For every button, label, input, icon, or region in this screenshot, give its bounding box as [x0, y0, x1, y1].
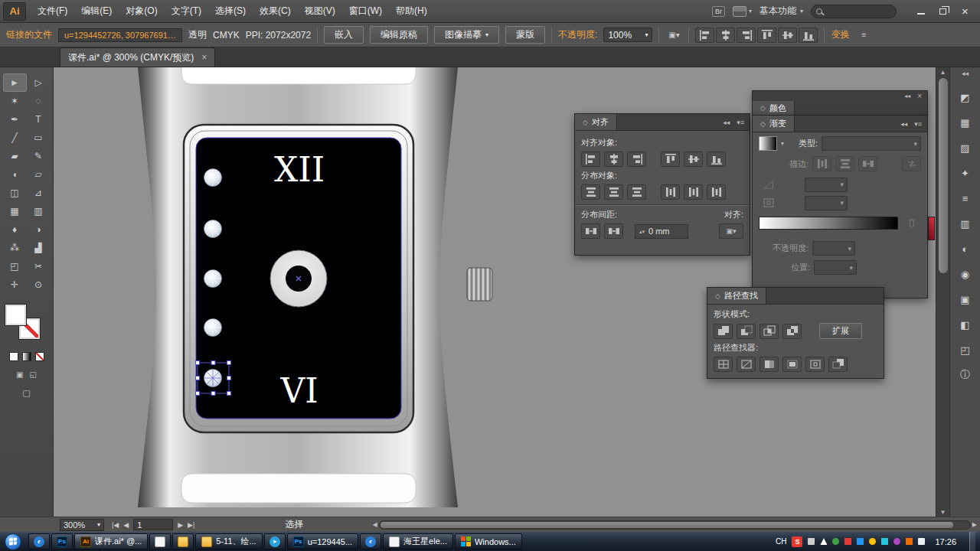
image-trace-button[interactable]: 图像描摹: [434, 26, 499, 44]
dock-appearance-icon[interactable]: ◉: [956, 266, 975, 282]
dock-info-icon[interactable]: ⓘ: [956, 367, 975, 383]
embed-button[interactable]: 嵌入: [324, 26, 364, 44]
gradient-swatch-chevron-icon[interactable]: [781, 140, 784, 147]
trim-button[interactable]: [737, 357, 756, 372]
gradient-slider[interactable]: [759, 217, 898, 230]
tray-green-icon[interactable]: [832, 538, 839, 545]
magic-wand-tool[interactable]: ✶: [3, 92, 27, 110]
tray-cyan-icon[interactable]: [881, 538, 888, 545]
align-hcenter-button[interactable]: [604, 152, 623, 167]
artboard-tool[interactable]: ◰: [3, 257, 27, 276]
scroll-down-icon[interactable]: [940, 507, 946, 517]
align-hcenter-control-button[interactable]: [716, 28, 735, 43]
close-button[interactable]: [955, 4, 975, 18]
opacity-label[interactable]: 不透明度:: [558, 28, 597, 41]
tray-purple-icon[interactable]: [893, 538, 900, 545]
lasso-tool[interactable]: ◌: [27, 92, 51, 110]
center-ring[interactable]: [270, 250, 327, 307]
minimize-button[interactable]: [910, 4, 931, 18]
ime-indicator[interactable]: CH: [776, 537, 786, 546]
taskbar-folder-window[interactable]: 5-11、绘...: [195, 533, 262, 549]
watch-crown[interactable]: [467, 268, 492, 301]
divide-button[interactable]: [714, 357, 733, 372]
zoom-level-select[interactable]: 300%: [60, 519, 104, 531]
crop-button[interactable]: [782, 357, 802, 372]
mesh-tool[interactable]: ▦: [3, 202, 27, 220]
dock-transparency-icon[interactable]: ◐: [956, 240, 975, 257]
distribute-vcenter-button[interactable]: [604, 184, 623, 200]
menu-view[interactable]: 视图(V): [298, 5, 342, 18]
symbol-sprayer-tool[interactable]: ⁂: [3, 239, 27, 257]
shape-builder-tool[interactable]: ◫: [3, 184, 27, 202]
tray-yellow-icon[interactable]: [869, 538, 876, 545]
width-tool[interactable]: ◖: [3, 165, 27, 184]
vertical-scrollbar[interactable]: [936, 67, 949, 517]
network-icon[interactable]: [918, 538, 925, 545]
collapse-panel-icon[interactable]: [723, 119, 730, 126]
menu-window[interactable]: 窗口(W): [342, 5, 389, 18]
taskbar-illustrator-window[interactable]: Ai 课件.ai* @...: [74, 533, 148, 549]
close-panel-icon[interactable]: [917, 92, 922, 100]
type-tool[interactable]: T: [27, 110, 51, 129]
collapse-panel-icon[interactable]: [904, 93, 910, 99]
first-artboard-button[interactable]: [112, 521, 119, 529]
hand-tool[interactable]: ✛: [3, 276, 27, 294]
pathfinder-panel-header[interactable]: 路径查找: [707, 288, 884, 305]
tray-red-icon[interactable]: [844, 538, 851, 545]
align-right-control-button[interactable]: [737, 28, 756, 43]
taskbar-messenger-button[interactable]: ➤: [264, 533, 286, 549]
align-to-dropdown[interactable]: [719, 223, 743, 239]
spacing-value-input[interactable]: 0 mm: [635, 224, 688, 239]
gradient-panel-tab[interactable]: 渐变: [753, 116, 795, 132]
taskbar-ie-button[interactable]: e: [28, 533, 50, 549]
taskbar-browser-button[interactable]: e: [360, 533, 381, 549]
gradient-swatch[interactable]: [759, 136, 777, 151]
delete-stop-button[interactable]: [902, 215, 921, 230]
minus-back-button[interactable]: [828, 357, 848, 372]
diamond-marker-4[interactable]: [204, 319, 222, 337]
expand-button[interactable]: 扩展: [819, 323, 862, 339]
show-desktop-button[interactable]: [969, 532, 975, 551]
dock-gradient-icon[interactable]: ▥: [956, 215, 975, 232]
intersect-button[interactable]: [760, 324, 779, 339]
distribute-bottom-button[interactable]: [627, 184, 646, 200]
dock-artboards-icon[interactable]: ◰: [956, 341, 975, 358]
app-logo[interactable]: Ai: [3, 2, 26, 21]
fill-swatch[interactable]: [5, 305, 26, 325]
reverse-gradient-button[interactable]: [902, 156, 921, 171]
column-graph-tool[interactable]: ▟: [27, 239, 51, 257]
transform-link[interactable]: 变换: [831, 28, 849, 41]
band-link-top[interactable]: [181, 67, 416, 84]
menu-object[interactable]: 对象(O): [119, 5, 164, 18]
bridge-button[interactable]: Br: [712, 6, 725, 17]
horizontal-scrollbar[interactable]: [379, 520, 971, 530]
style-dropdown-button[interactable]: [665, 28, 682, 42]
scroll-left-icon[interactable]: [372, 521, 377, 528]
distribute-left-button[interactable]: [661, 184, 680, 200]
mask-button[interactable]: 蒙版: [505, 26, 545, 44]
diamond-marker-3[interactable]: [204, 270, 222, 288]
menu-help[interactable]: 帮助(H): [389, 5, 434, 18]
color-panel-tab[interactable]: 颜色: [753, 101, 795, 115]
clock[interactable]: 17:26: [930, 537, 961, 546]
perspective-grid-tool[interactable]: ⊿: [27, 184, 51, 202]
gradient-type-select[interactable]: [822, 136, 921, 151]
exclude-button[interactable]: [782, 324, 802, 339]
eyedropper-tool[interactable]: ♦: [3, 220, 27, 239]
dock-swatches-icon[interactable]: ▦: [956, 114, 975, 131]
linked-filename[interactable]: u=1294452726, 307967691…: [58, 28, 182, 42]
menu-file[interactable]: 文件(F): [31, 5, 74, 18]
start-button[interactable]: [5, 533, 21, 550]
gradient-aspect-select[interactable]: [805, 196, 848, 210]
dock-graphic-styles-icon[interactable]: ▣: [956, 291, 975, 308]
align-top-button[interactable]: [661, 152, 680, 167]
horizontal-scroll-thumb[interactable]: [381, 522, 953, 528]
unite-button[interactable]: [714, 324, 733, 339]
diamond-marker-5-selected[interactable]: [204, 370, 222, 387]
selection-tool[interactable]: ►: [3, 73, 27, 92]
opacity-select[interactable]: 100%: [603, 28, 652, 42]
dock-color-icon[interactable]: ◩: [956, 89, 975, 106]
search-input[interactable]: [811, 5, 897, 18]
menu-edit[interactable]: 编辑(E): [74, 5, 119, 18]
pen-tool[interactable]: ✒: [3, 110, 27, 129]
